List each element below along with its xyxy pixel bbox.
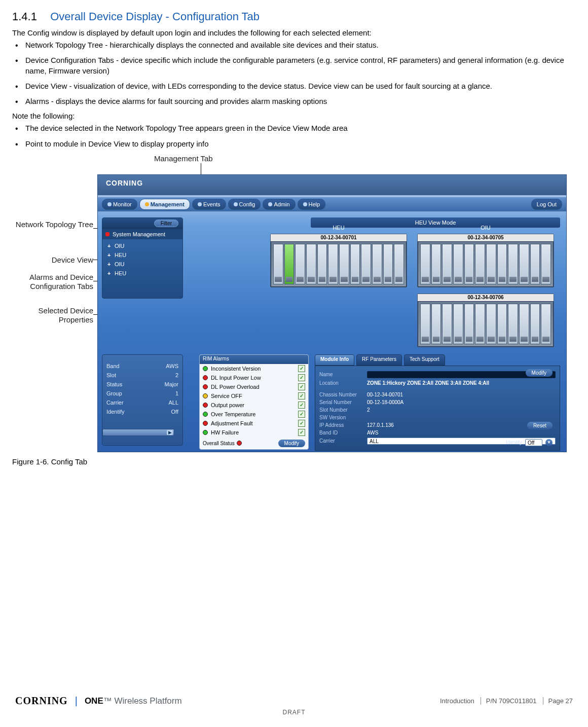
card-slot[interactable]: [295, 244, 305, 284]
card-slot[interactable]: [273, 244, 283, 284]
alarm-checkbox[interactable]: ✓: [298, 392, 305, 399]
callout-selected-props: Selected Device Properties: [12, 306, 93, 324]
info-tab-bar: Module Info RF Parameters Tech Support: [315, 354, 560, 366]
tab-help[interactable]: Help: [298, 199, 326, 210]
scroll-right-icon[interactable]: ▶: [167, 430, 173, 435]
logout-button[interactable]: Log Out: [531, 199, 562, 210]
tab-admin[interactable]: Admin: [263, 199, 295, 210]
section-heading: 1.4.1 Overall Device Display - Configura…: [12, 10, 576, 23]
card-slot[interactable]: [530, 244, 540, 284]
chassis[interactable]: 00-12-34-00706: [417, 294, 554, 347]
tab-tech-support[interactable]: Tech Support: [404, 354, 445, 366]
card-slot[interactable]: [339, 244, 349, 284]
alarm-checkbox[interactable]: ✓: [298, 429, 305, 436]
tab-module-info[interactable]: Module Info: [315, 354, 354, 366]
intro-paragraph: The Config window is displayed by defaul…: [12, 28, 576, 37]
info-label: Location: [319, 380, 363, 386]
card-slot[interactable]: [497, 244, 507, 284]
card-slot[interactable]: [508, 304, 518, 344]
card-slot[interactable]: [519, 244, 529, 284]
tab-monitor[interactable]: Monitor: [102, 199, 137, 210]
alarm-checkbox[interactable]: ✓: [298, 374, 305, 381]
card-slot[interactable]: [453, 244, 463, 284]
tab-label: Help: [309, 201, 320, 207]
card-slot[interactable]: [420, 244, 430, 284]
modify-button[interactable]: Modify: [526, 369, 553, 377]
card-slot[interactable]: [486, 244, 496, 284]
tree-item[interactable]: HEU: [107, 250, 177, 260]
card-slot[interactable]: [486, 304, 496, 344]
alarm-checkbox[interactable]: ✓: [298, 402, 305, 409]
tree-current-node[interactable]: System Management: [102, 229, 182, 239]
prop-value: ALL: [168, 399, 178, 406]
card-slot[interactable]: [453, 304, 463, 344]
card-slot[interactable]: [442, 244, 452, 284]
info-row: Slot Number2: [319, 407, 556, 413]
alarms-header: RIM Alarms: [200, 355, 308, 364]
card-slot[interactable]: [306, 244, 316, 284]
alarm-checkbox[interactable]: ✓: [298, 411, 305, 418]
overall-status-label: Overall Status: [203, 441, 235, 446]
modify-button[interactable]: Modify: [278, 440, 305, 447]
identify-value[interactable]: Off: [525, 439, 542, 446]
identify-control: Identify Off ▼: [506, 439, 553, 446]
chassis-col-heu: HEU: [270, 225, 407, 231]
card-slot[interactable]: [431, 244, 442, 284]
card-slot-selected[interactable]: [284, 244, 295, 284]
card-slot[interactable]: [541, 244, 551, 284]
tab-events[interactable]: Events: [192, 199, 226, 210]
card-slot[interactable]: [372, 244, 382, 284]
nav-tab-bar: Monitor Management Events Config Admin H…: [98, 197, 566, 211]
tree-item[interactable]: OIU: [107, 241, 177, 250]
alarm-label: Output power: [211, 402, 244, 408]
reset-button[interactable]: Reset: [527, 422, 553, 429]
card-slot[interactable]: [317, 244, 327, 284]
tab-management[interactable]: Management: [139, 199, 190, 210]
card-slot[interactable]: [431, 304, 442, 344]
tree-item[interactable]: OIU: [107, 260, 177, 269]
tab-config[interactable]: Config: [228, 199, 261, 210]
tree-current-label: System Management: [113, 231, 165, 237]
status-led-icon: [237, 441, 242, 446]
prop-value: 1: [175, 390, 178, 396]
card-slot[interactable]: [530, 304, 540, 344]
card-slot[interactable]: [464, 244, 474, 284]
card-slot[interactable]: [350, 244, 360, 284]
card-slot[interactable]: [383, 244, 393, 284]
filter-button[interactable]: Filter: [154, 220, 178, 227]
card-slot[interactable]: [394, 244, 404, 284]
card-slot[interactable]: [442, 304, 452, 344]
alarm-label: DL Power Overload: [211, 384, 260, 390]
card-slot[interactable]: [361, 244, 371, 284]
tree-item[interactable]: HEU: [107, 269, 177, 278]
location-value: ZONE 1:Hickory ZONE 2:All ZONE 3:All ZON…: [367, 380, 556, 386]
tab-rf-parameters[interactable]: RF Parameters: [356, 354, 402, 366]
chassis[interactable]: 00-12-34-00701: [270, 234, 407, 287]
alarm-row: Over Temperature✓: [200, 410, 308, 419]
card-slot[interactable]: [475, 244, 485, 284]
card-slot[interactable]: [541, 304, 551, 344]
card-slot[interactable]: [519, 304, 529, 344]
alarm-label: Adjustment Fault: [211, 420, 253, 426]
alarms-footer: Overall Status Modify: [203, 440, 305, 447]
callout-management-tab: Management Tab: [154, 154, 255, 163]
chassis-serial: 00-12-34-00705: [418, 234, 554, 241]
alarm-checkbox[interactable]: ✓: [298, 365, 305, 372]
card-slot[interactable]: [475, 304, 485, 344]
chassis-inner: [418, 241, 554, 287]
alarm-checkbox[interactable]: ✓: [298, 383, 305, 390]
props-scroll-bar[interactable]: ▶: [102, 429, 174, 436]
card-slot[interactable]: [328, 244, 338, 284]
dropdown-icon[interactable]: ▼: [545, 439, 553, 446]
card-slot[interactable]: [497, 304, 507, 344]
footer-divider: |: [75, 695, 78, 707]
card-slot[interactable]: [420, 304, 430, 344]
footer-platform-text: ™ Wireless Platform: [103, 696, 182, 706]
chassis[interactable]: 00-12-34-00705: [417, 234, 554, 287]
alarm-checkbox[interactable]: ✓: [298, 420, 305, 427]
info-label: Name: [319, 372, 363, 377]
alarms-panel: RIM Alarms Inconsistent Version✓ DL Inpu…: [199, 354, 309, 450]
footer-one: ONE: [85, 696, 103, 706]
card-slot[interactable]: [508, 244, 518, 284]
card-slot[interactable]: [464, 304, 474, 344]
